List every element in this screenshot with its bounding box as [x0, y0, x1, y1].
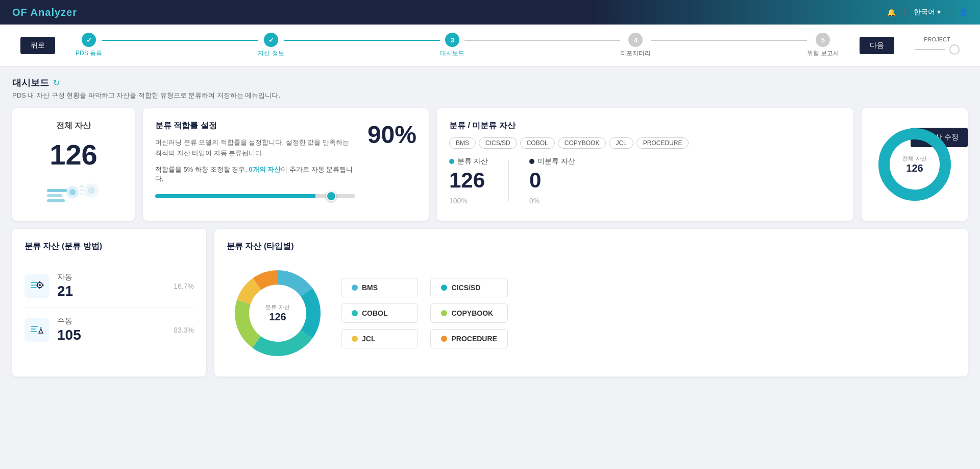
project-circle [949, 44, 960, 55]
next-button[interactable]: 다음 [860, 37, 894, 54]
typebased-card: 분류 자산 (타입별) [214, 229, 968, 377]
step-2-circle: ✓ [264, 33, 278, 47]
svg-rect-22 [31, 331, 37, 332]
legend-jcl[interactable]: JCL [341, 329, 418, 348]
classified-title: 분류 / 미분류 자산 [449, 121, 841, 131]
auto-count: 21 [57, 283, 73, 299]
header-right: 🔔 | 한국어 ▾ | 👤 [887, 8, 968, 17]
logo-of: OF [12, 7, 28, 18]
back-button[interactable]: 뒤로 [20, 37, 55, 54]
tag-bms[interactable]: BMS [449, 137, 476, 149]
type-donut-title: 분류 자산 [265, 303, 289, 311]
classification-slider[interactable] [155, 194, 355, 198]
unclassified-dot [529, 159, 534, 164]
total-assets-title: 전체 자산 [56, 121, 91, 131]
legend-procedure[interactable]: PROCEDURE [430, 329, 507, 348]
unclassified-stat: 미분류 자산 0 0% [529, 157, 575, 205]
bms-dot [352, 285, 358, 291]
auto-pct: 16.7% [174, 282, 194, 290]
step-4-circle: 4 [628, 33, 643, 47]
rate-desc: 머신러닝 분류 모델의 적합률을 설정합니다. 설정한 값을 만족하는 최적의 … [155, 137, 355, 159]
legend-copybook[interactable]: COPYBOOK [430, 303, 507, 323]
title-row: 대시보드 ↻ [12, 77, 968, 89]
cicssd-label: CICS/SD [451, 284, 480, 292]
refresh-icon[interactable]: ↻ [53, 78, 60, 88]
page-content: 대시보드 ↻ PDS 내 자산 구성 현황을 파악하고 자산을 적합한 유형으로… [0, 66, 980, 387]
language-selector[interactable]: 한국어 ▾ [914, 8, 941, 17]
type-legend: BMS CICS/SD COBOL COPYBOOK [341, 278, 508, 348]
type-donut-wrapper: 분류 자산 126 [227, 262, 329, 364]
step-4: 4 리포지터리 [620, 33, 651, 58]
connector-3-4 [464, 40, 620, 41]
step-2-label: 자산 정보 [258, 49, 284, 58]
svg-point-9 [88, 187, 95, 194]
user-icon[interactable]: 👤 [959, 8, 968, 16]
connector-1-2 [102, 40, 258, 41]
svg-point-15 [39, 284, 41, 286]
svg-rect-0 [47, 189, 67, 192]
illustration-svg [43, 178, 104, 208]
donut-label: 전체 자산 126 [902, 155, 926, 174]
svg-rect-13 [31, 287, 37, 288]
project-indicator: PROJECT [915, 36, 960, 55]
cobol-dot [352, 310, 358, 316]
type-donut-label: 분류 자산 126 [265, 303, 289, 323]
connector-2-3 [284, 40, 440, 41]
header: OF Analyzer 🔔 | 한국어 ▾ | 👤 [0, 0, 980, 25]
classified-card: 분류 / 미분류 자산 BMS CICS/SD COBOL COPYBOOK J… [437, 108, 853, 221]
step-3-circle: 3 [445, 33, 459, 47]
logo-analyzer: Analyzer [28, 7, 77, 18]
auto-icon-svg [29, 278, 45, 294]
legend-bms[interactable]: BMS [341, 278, 418, 297]
auto-label: 자동 [57, 272, 73, 282]
svg-point-23 [40, 327, 42, 329]
procedure-label: PROCEDURE [451, 335, 497, 343]
method-auto: 자동 21 16.7% [24, 264, 194, 308]
step-4-label: 리포지터리 [620, 49, 651, 58]
bottom-cards-row: 분류 자산 (분류 방법) [12, 229, 968, 377]
filter-tags: BMS CICS/SD COBOL COPYBOOK JCL PROCEDURE [449, 137, 841, 149]
steps: ✓ PDS 등록 ✓ 자산 정보 3 대시보드 4 리포지터리 5 위험 보고서 [76, 33, 839, 58]
jcl-dot [352, 336, 358, 342]
unclassified-pct: 0% [529, 197, 575, 205]
typebased-content: 분류 자산 126 BMS CICS/SD [227, 262, 955, 364]
svg-rect-20 [31, 326, 38, 327]
svg-rect-2 [47, 199, 65, 202]
manual-icon [24, 318, 49, 342]
svg-point-4 [69, 189, 76, 195]
slider-container [155, 192, 355, 200]
step-1-circle: ✓ [82, 33, 96, 47]
method-title: 분류 자산 (분류 방법) [24, 241, 194, 252]
tag-procedure[interactable]: PROCEDURE [636, 137, 689, 149]
auto-icon [24, 274, 49, 298]
legend-cobol[interactable]: COBOL [341, 303, 418, 323]
step-3-label: 대시보드 [440, 49, 464, 58]
svg-rect-12 [31, 285, 36, 286]
tag-copybook[interactable]: COPYBOOK [558, 137, 606, 149]
legend-cicssd[interactable]: CICS/SD [430, 278, 507, 297]
method-card: 분류 자산 (분류 방법) [12, 229, 206, 377]
classified-count: 126 [449, 168, 488, 193]
auto-info: 자동 21 [57, 272, 73, 299]
type-donut-count: 126 [269, 311, 286, 323]
classified-stat: 분류 자산 126 100% [449, 157, 488, 205]
tag-jcl[interactable]: JCL [609, 137, 633, 149]
manual-count: 105 [57, 327, 81, 343]
tag-cics[interactable]: CICS/SD [479, 137, 517, 149]
page-subtitle: PDS 내 자산 구성 현황을 파악하고 자산을 적합한 유형으로 분류하여 저… [12, 91, 968, 100]
manual-pct: 83.3% [174, 326, 194, 334]
svg-rect-11 [31, 282, 38, 283]
classification-rate-card: 분류 적합률 설정 머신러닝 분류 모델의 적합률을 설정합니다. 설정한 값을… [143, 108, 429, 221]
svg-rect-5 [80, 185, 84, 187]
copybook-dot [441, 310, 447, 316]
project-label: PROJECT [924, 36, 950, 42]
step-3: 3 대시보드 [440, 33, 464, 58]
tag-cobol[interactable]: COBOL [520, 137, 555, 149]
manual-label: 수동 [57, 316, 81, 326]
typebased-title: 분류 자산 (타입별) [227, 241, 955, 252]
page-title: 대시보드 [12, 77, 49, 89]
svg-rect-21 [31, 329, 36, 330]
donut-total-label: 전체 자산 [902, 155, 926, 162]
cicssd-dot [441, 285, 447, 291]
bell-icon[interactable]: 🔔 [887, 8, 896, 16]
